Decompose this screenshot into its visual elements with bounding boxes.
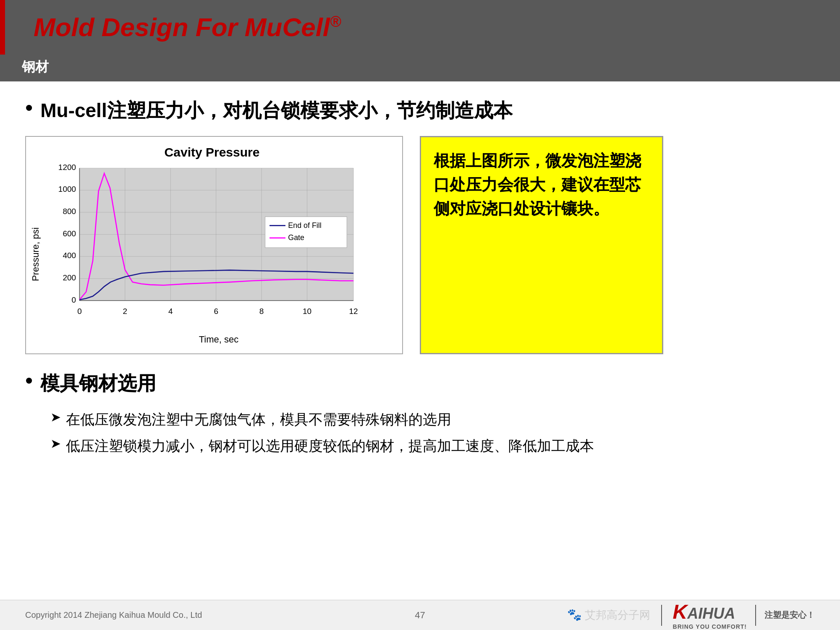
bullet-1-text: Mu-cell注塑压力小，对机台锁模要求小，节约制造成本 (40, 98, 512, 123)
logo-block: KAIHUA BRING YOU COMFORT! (673, 600, 747, 630)
subtitle-text: 钢材 (22, 59, 49, 74)
bullet-dot-1: • (25, 96, 33, 120)
page-number: 47 (288, 610, 552, 621)
logo-k: K (673, 601, 688, 623)
svg-text:Gate: Gate (288, 233, 304, 242)
slide-title: Mold Design For MuCell® (34, 14, 341, 40)
x-axis-label: Time, sec (44, 334, 394, 345)
copyright-text: Copyright 2014 Zhejiang Kaihua Mould Co.… (25, 610, 288, 620)
svg-text:6: 6 (214, 307, 218, 316)
logo-tagline: BRING YOU COMFORT! (673, 623, 747, 630)
svg-text:0: 0 (71, 295, 76, 304)
svg-text:600: 600 (63, 229, 76, 238)
svg-text:1000: 1000 (58, 185, 76, 193)
svg-text:0: 0 (77, 307, 82, 316)
svg-text:400: 400 (63, 251, 76, 260)
content-row: Cavity Pressure Pressure, psi (25, 136, 815, 354)
arrow-icon-2: ➤ (50, 436, 61, 451)
footer: Copyright 2014 Zhejiang Kaihua Mould Co.… (0, 600, 840, 630)
chart-inner: 1200 1000 800 600 400 200 0 0 2 4 6 8 10 (44, 164, 394, 345)
arrow-icon-1: ➤ (50, 410, 61, 424)
svg-text:10: 10 (303, 307, 311, 316)
svg-text:1200: 1200 (58, 164, 76, 172)
svg-text:4: 4 (168, 307, 173, 316)
bullet-dot-2: • (25, 369, 33, 392)
main-content: • Mu-cell注塑压力小，对机台锁模要求小，节约制造成本 Cavity Pr… (0, 81, 840, 470)
logo-slogan: 注塑是安心！ (764, 609, 815, 621)
sub-bullet-2-text: 低压注塑锁模力减小，钢材可以选用硬度较低的钢材，提高加工速度、降低加工成本 (66, 435, 594, 457)
svg-text:2: 2 (123, 307, 128, 316)
chart-area: Pressure, psi (30, 164, 394, 345)
chart-svg: 1200 1000 800 600 400 200 0 0 2 4 6 8 10 (44, 164, 394, 332)
svg-text:12: 12 (349, 307, 358, 316)
logo-divider-2 (755, 605, 756, 626)
footer-logo-area: 🐾 艾邦高分子网 KAIHUA BRING YOU COMFORT! 注塑是安心… (552, 600, 815, 630)
svg-text:End of Fill: End of Fill (288, 221, 321, 229)
svg-text:200: 200 (63, 273, 76, 282)
red-accent-bar (0, 0, 5, 55)
watermark-text: 🐾 艾邦高分子网 (567, 608, 650, 622)
sub-bullet-1: ➤ 在低压微发泡注塑中无腐蚀气体，模具不需要特殊钢料的选用 (50, 409, 815, 430)
kaihua-logo: KAIHUA BRING YOU COMFORT! 注塑是安心！ (673, 600, 815, 630)
logo-rest: AIHUA (687, 605, 735, 622)
bullet-1: • Mu-cell注塑压力小，对机台锁模要求小，节约制造成本 (25, 98, 815, 123)
bullet-2-section: • 模具钢材选用 ➤ 在低压微发泡注塑中无腐蚀气体，模具不需要特殊钢料的选用 ➤… (25, 371, 815, 457)
chart-box: Cavity Pressure Pressure, psi (25, 136, 403, 354)
callout-box: 根据上图所示，微发泡注塑浇口处压力会很大，建议在型芯侧对应浇口处设计镶块。 (420, 136, 663, 354)
bullet-2-text: 模具钢材选用 (40, 371, 156, 396)
svg-text:8: 8 (259, 307, 264, 316)
title-sup: ® (330, 13, 341, 30)
sub-bullet-2: ➤ 低压注塑锁模力减小，钢材可以选用硬度较低的钢材，提高加工速度、降低加工成本 (50, 435, 815, 457)
chart-title: Cavity Pressure (30, 145, 394, 159)
sub-bullet-1-text: 在低压微发泡注塑中无腐蚀气体，模具不需要特殊钢料的选用 (66, 409, 451, 430)
watermark-label: 艾邦高分子网 (585, 609, 650, 621)
bullet-2: • 模具钢材选用 (25, 371, 815, 396)
y-axis-label: Pressure, psi (30, 164, 41, 345)
callout-text: 根据上图所示，微发泡注塑浇口处压力会很大，建议在型芯侧对应浇口处设计镶块。 (434, 152, 641, 217)
title-text: Mold Design For MuCell (34, 13, 330, 42)
subtitle-bar: 钢材 (0, 55, 840, 81)
header: Mold Design For MuCell® (0, 0, 840, 55)
logo-divider (661, 605, 662, 626)
svg-text:800: 800 (63, 207, 76, 216)
